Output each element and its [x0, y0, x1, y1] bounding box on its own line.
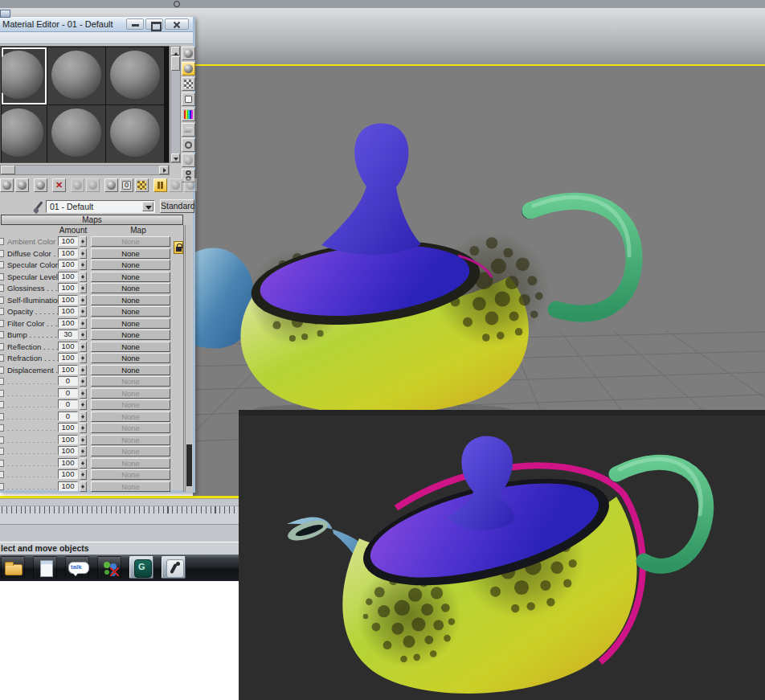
map-none-button[interactable]: None — [91, 295, 170, 305]
sample-slot-5[interactable] — [47, 105, 105, 162]
amount-spinner[interactable] — [80, 423, 87, 433]
map-amount-input[interactable]: 100 — [58, 318, 78, 328]
notepad-icon[interactable] — [33, 556, 57, 579]
amount-spinner[interactable] — [80, 365, 87, 375]
pick-material-eyedropper-icon[interactable] — [32, 200, 45, 215]
put-material-to-scene-icon[interactable] — [15, 178, 29, 192]
minimize-button[interactable] — [126, 18, 144, 30]
map-amount-input[interactable]: 0 — [58, 399, 78, 409]
map-amount-input[interactable]: 30 — [58, 330, 78, 339]
map-checkbox[interactable] — [0, 378, 4, 385]
map-checkbox[interactable] — [0, 483, 4, 490]
maps-rollout-header[interactable]: Maps — [1, 215, 183, 225]
map-amount-input[interactable]: 100 — [58, 353, 78, 362]
map-checkbox[interactable] — [0, 436, 4, 444]
map-checkbox[interactable] — [0, 448, 4, 455]
amount-spinner[interactable] — [80, 306, 87, 317]
explorer-folder-icon[interactable] — [1, 556, 25, 579]
map-none-button[interactable]: None — [91, 272, 170, 282]
amount-spinner[interactable] — [80, 411, 87, 422]
map-none-button[interactable]: None — [91, 236, 170, 247]
scroll-down-icon[interactable] — [171, 154, 180, 162]
amount-spinner[interactable] — [80, 283, 87, 293]
map-amount-input[interactable]: 100 — [58, 435, 78, 444]
map-none-button[interactable]: None — [91, 306, 170, 317]
go-to-parent-icon[interactable] — [169, 178, 182, 192]
material-id-channel-icon[interactable]: 0 — [120, 178, 133, 192]
map-none-button[interactable]: None — [91, 399, 170, 410]
amount-spinner[interactable] — [80, 295, 87, 305]
ribbon-help-icon[interactable] — [174, 1, 180, 7]
show-map-in-viewport-icon[interactable] — [135, 178, 149, 192]
amount-spinner[interactable] — [80, 236, 87, 247]
map-checkbox[interactable] — [0, 308, 4, 315]
map-none-button[interactable]: None — [91, 388, 170, 399]
title-bar[interactable]: Material Editor - 01 - Default — [0, 17, 193, 32]
map-checkbox[interactable] — [0, 471, 4, 478]
material-map-navigator-icon[interactable] — [182, 169, 195, 182]
map-amount-input[interactable]: 100 — [58, 260, 78, 269]
map-none-button[interactable]: None — [91, 469, 170, 480]
map-amount-input[interactable]: 100 — [58, 423, 78, 432]
map-amount-input[interactable]: 100 — [58, 283, 78, 293]
track-bar[interactable] — [0, 498, 239, 542]
make-preview-icon[interactable] — [182, 123, 195, 137]
map-checkbox[interactable] — [0, 413, 4, 420]
map-checkbox[interactable] — [0, 343, 4, 350]
map-checkbox[interactable] — [0, 390, 4, 397]
make-material-copy-icon[interactable] — [71, 178, 84, 192]
map-none-button[interactable]: None — [91, 376, 170, 387]
background-icon[interactable] — [182, 77, 195, 91]
map-checkbox[interactable] — [0, 297, 4, 304]
show-end-result-icon[interactable] — [153, 178, 167, 192]
amount-spinner[interactable] — [80, 342, 87, 352]
video-color-check-icon[interactable] — [182, 108, 195, 121]
map-none-button[interactable]: None — [91, 342, 170, 352]
map-none-button[interactable]: None — [91, 435, 170, 445]
amount-spinner[interactable] — [80, 446, 87, 456]
map-checkbox[interactable] — [0, 261, 4, 268]
map-none-button[interactable]: None — [91, 283, 170, 293]
amount-spinner[interactable] — [80, 435, 87, 445]
select-by-material-icon[interactable] — [182, 154, 195, 167]
material-type-button[interactable]: Standard — [160, 199, 194, 213]
maximize-button[interactable] — [145, 18, 163, 30]
amount-spinner[interactable] — [80, 399, 87, 410]
get-material-icon[interactable] — [0, 178, 14, 192]
scrollbar-thumb[interactable] — [171, 56, 180, 71]
map-none-button[interactable]: None — [91, 458, 170, 469]
map-amount-input[interactable]: 100 — [58, 306, 78, 316]
scrollbar-thumb[interactable] — [186, 444, 192, 486]
amount-spinner[interactable] — [80, 260, 87, 270]
map-checkbox[interactable] — [0, 250, 4, 257]
teapot-knob[interactable] — [321, 124, 421, 255]
map-none-button[interactable]: None — [91, 481, 170, 492]
minimized-window-icon[interactable] — [0, 10, 10, 18]
map-amount-input[interactable]: 100 — [58, 458, 78, 468]
reset-map-icon[interactable]: ✕ — [52, 178, 66, 192]
map-none-button[interactable]: None — [91, 353, 170, 363]
map-checkbox[interactable] — [0, 320, 4, 327]
scroll-up-icon[interactable] — [171, 47, 180, 55]
map-none-button[interactable]: None — [91, 411, 170, 422]
map-none-button[interactable]: None — [91, 446, 170, 456]
amount-spinner[interactable] — [80, 481, 87, 492]
sample-slot-4[interactable] — [2, 105, 47, 162]
map-none-button[interactable]: None — [91, 260, 170, 270]
sample-slots-scrollbar[interactable] — [170, 46, 181, 163]
google-talk-icon[interactable]: talk — [65, 556, 89, 579]
render-frame-window[interactable] — [239, 410, 765, 700]
map-amount-input[interactable]: 100 — [58, 248, 78, 258]
amount-spinner[interactable] — [80, 469, 87, 480]
backlight-icon[interactable] — [182, 62, 195, 76]
sample-slot-2[interactable] — [47, 47, 105, 104]
sample-uv-tiling-icon[interactable] — [182, 92, 195, 106]
map-checkbox[interactable] — [0, 238, 4, 245]
map-amount-input[interactable]: 100 — [58, 236, 78, 246]
amount-spinner[interactable] — [80, 376, 87, 387]
map-checkbox[interactable] — [0, 366, 4, 374]
put-to-library-icon[interactable] — [104, 178, 118, 192]
map-amount-input[interactable]: 0 — [58, 388, 78, 398]
scroll-right-icon[interactable] — [159, 166, 169, 174]
map-checkbox[interactable] — [0, 273, 4, 280]
